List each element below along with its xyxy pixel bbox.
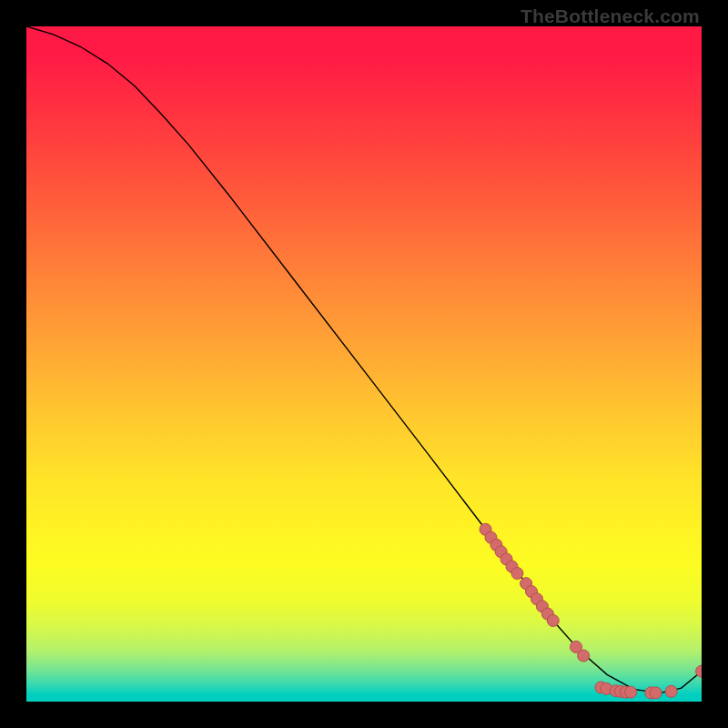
data-marker	[511, 568, 523, 580]
data-markers	[480, 523, 702, 699]
chart-stage: TheBottleneck.com	[0, 0, 728, 728]
plot-area	[26, 26, 702, 702]
data-marker	[547, 614, 559, 626]
data-marker	[578, 650, 590, 662]
data-marker	[625, 686, 637, 698]
chart-overlay	[26, 26, 702, 702]
watermark-text: TheBottleneck.com	[521, 5, 700, 27]
data-marker	[650, 687, 662, 699]
curve-line	[26, 26, 702, 693]
data-marker	[665, 685, 677, 697]
